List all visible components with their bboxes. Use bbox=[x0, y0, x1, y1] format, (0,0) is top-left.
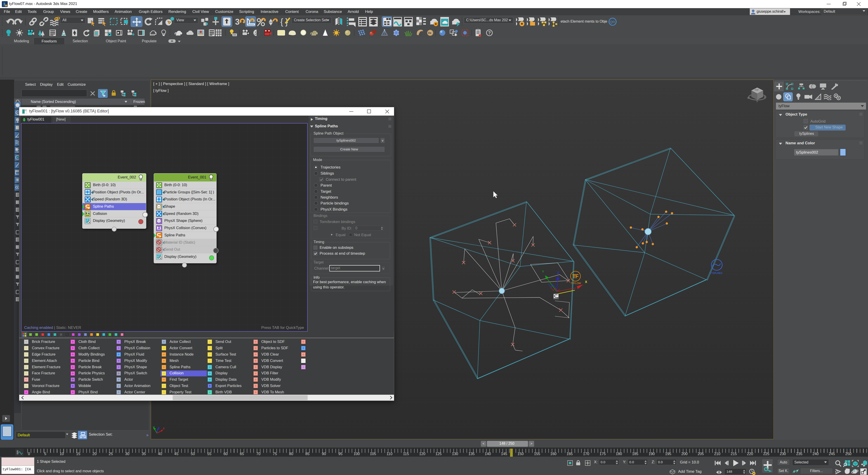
svg-text:z: z bbox=[158, 426, 160, 430]
svg-text:TOP: TOP bbox=[754, 89, 758, 91]
svg-text:TF: TF bbox=[572, 273, 579, 279]
svg-text:Y: Y bbox=[542, 270, 544, 273]
svg-text:X: X bbox=[585, 280, 587, 284]
svg-text:y: y bbox=[153, 425, 155, 429]
svg-text:QR: QR bbox=[610, 20, 615, 24]
svg-text:TYFLOW: TYFLOW bbox=[570, 282, 581, 285]
svg-text:Z: Z bbox=[557, 271, 559, 275]
svg-text:3: 3 bbox=[235, 17, 240, 27]
svg-text:0x: 0x bbox=[428, 31, 432, 35]
svg-text:W: W bbox=[747, 97, 749, 99]
svg-text:HF: HF bbox=[418, 33, 423, 36]
svg-text:S: S bbox=[756, 100, 758, 102]
svg-text:?: ? bbox=[488, 30, 491, 35]
svg-text:x: x bbox=[163, 426, 165, 430]
svg-text:E: E bbox=[764, 96, 766, 98]
svg-text:TYSPLINES: TYSPLINES bbox=[710, 272, 722, 274]
svg-text:{: { bbox=[280, 17, 283, 27]
